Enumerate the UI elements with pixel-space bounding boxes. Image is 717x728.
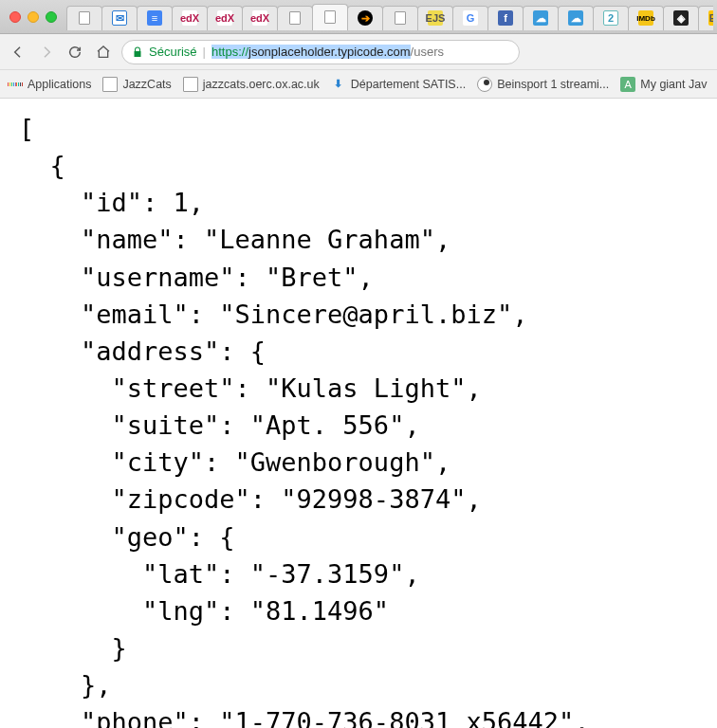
url-protocol: https:// bbox=[211, 45, 248, 59]
apps-button[interactable]: Applications bbox=[8, 77, 91, 92]
browser-tab[interactable] bbox=[382, 6, 418, 30]
minimize-window-button[interactable] bbox=[28, 11, 39, 23]
browser-tab[interactable]: ☁ bbox=[558, 6, 594, 30]
browser-tab[interactable]: EJS bbox=[417, 6, 453, 30]
browser-tab[interactable] bbox=[312, 4, 348, 30]
page-icon bbox=[324, 10, 336, 24]
lock-icon bbox=[132, 46, 143, 59]
page-icon bbox=[79, 11, 90, 25]
bookmark-item[interactable]: AMy giant Jav bbox=[620, 77, 707, 92]
bookmarks-bar: Applications JazzCatsjazzcats.oerc.ox.ac… bbox=[0, 70, 717, 99]
page-icon bbox=[102, 77, 118, 92]
tab-strip: ✉≡edXedXedX➔EJSGf☁☁2IMDb◈ES bbox=[0, 0, 717, 34]
bookmark-item[interactable]: jazzcats.oerc.ox.ac.uk bbox=[183, 77, 320, 92]
bookmark-item[interactable]: JazzCats bbox=[102, 77, 171, 92]
browser-tab[interactable] bbox=[66, 6, 102, 30]
browser-tab[interactable]: IMDb bbox=[628, 6, 664, 30]
page-icon bbox=[183, 77, 198, 92]
maximize-window-button[interactable] bbox=[46, 11, 57, 23]
doc-icon: ≡ bbox=[147, 10, 162, 26]
bookmark-label: JazzCats bbox=[122, 78, 171, 91]
page-icon bbox=[289, 11, 301, 25]
bookmark-item[interactable]: Beinsport 1 streami... bbox=[477, 77, 609, 92]
imdb-icon: IMDb bbox=[638, 10, 653, 26]
browser-tab[interactable] bbox=[277, 6, 313, 30]
browser-tab[interactable]: edX bbox=[172, 6, 208, 30]
edx-icon: edX bbox=[217, 10, 232, 26]
toolbar: Sécurisé | https://jsonplaceholder.typic… bbox=[0, 34, 717, 70]
cloud-icon: ☁ bbox=[533, 10, 548, 26]
bein-icon bbox=[477, 77, 492, 92]
dl-icon: ⬇ bbox=[331, 77, 346, 92]
cp-icon: ◈ bbox=[673, 10, 689, 26]
url-text: https://jsonplaceholder.typicode.com/use… bbox=[211, 45, 444, 59]
2-icon: 2 bbox=[603, 10, 618, 26]
separator: | bbox=[203, 45, 206, 59]
forward-button[interactable] bbox=[36, 42, 57, 63]
home-button[interactable] bbox=[93, 42, 114, 63]
bookmark-label: Département SATIS... bbox=[351, 78, 466, 91]
bookmark-label: Beinsport 1 streami... bbox=[497, 78, 609, 91]
ejs-icon: EJS bbox=[428, 10, 443, 26]
bookmark-label: My giant Jav bbox=[640, 78, 707, 91]
fb-icon: f bbox=[498, 10, 513, 26]
browser-tab[interactable]: ES bbox=[698, 6, 713, 30]
page-icon bbox=[395, 11, 406, 25]
bookmark-label: jazzcats.oerc.ox.ac.uk bbox=[203, 78, 320, 91]
url-host: jsonplaceholder.typicode.com bbox=[248, 45, 411, 59]
window-controls bbox=[4, 11, 66, 23]
bookmark-item[interactable]: ⬇Département SATIS... bbox=[331, 77, 466, 92]
secure-label: Sécurisé bbox=[149, 45, 197, 59]
reload-button[interactable] bbox=[64, 42, 85, 63]
address-bar[interactable]: Sécurisé | https://jsonplaceholder.typic… bbox=[121, 40, 520, 64]
browser-tab[interactable]: edX bbox=[242, 6, 278, 30]
es-icon: ES bbox=[708, 10, 713, 26]
edx-icon: edX bbox=[252, 10, 267, 26]
browser-tab[interactable]: ☁ bbox=[523, 6, 559, 30]
tabs-container: ✉≡edXedXedX➔EJSGf☁☁2IMDb◈ES bbox=[66, 4, 713, 30]
close-window-button[interactable] bbox=[9, 11, 21, 23]
browser-tab[interactable]: G bbox=[452, 6, 488, 30]
back-button[interactable] bbox=[8, 42, 28, 63]
browser-tab[interactable]: ≡ bbox=[137, 6, 173, 30]
browser-tab[interactable]: ◈ bbox=[663, 6, 699, 30]
apps-icon bbox=[8, 77, 23, 92]
browser-tab[interactable]: edX bbox=[207, 6, 243, 30]
curl-icon: ➔ bbox=[358, 10, 373, 26]
browser-tab[interactable]: f bbox=[487, 6, 524, 30]
gt-icon: G bbox=[463, 10, 478, 26]
json-content: [ { "id": 1, "name": "Leanne Graham", "u… bbox=[0, 99, 717, 728]
url-path: /users bbox=[411, 45, 444, 59]
mail-icon: ✉ bbox=[112, 10, 127, 26]
edx-icon: edX bbox=[182, 10, 197, 26]
apps-label: Applications bbox=[28, 78, 91, 91]
atom-icon: A bbox=[620, 77, 635, 92]
browser-tab[interactable]: ➔ bbox=[347, 6, 383, 30]
browser-tab[interactable]: 2 bbox=[593, 6, 629, 30]
browser-tab[interactable]: ✉ bbox=[101, 6, 138, 30]
cloud-icon: ☁ bbox=[568, 10, 583, 26]
